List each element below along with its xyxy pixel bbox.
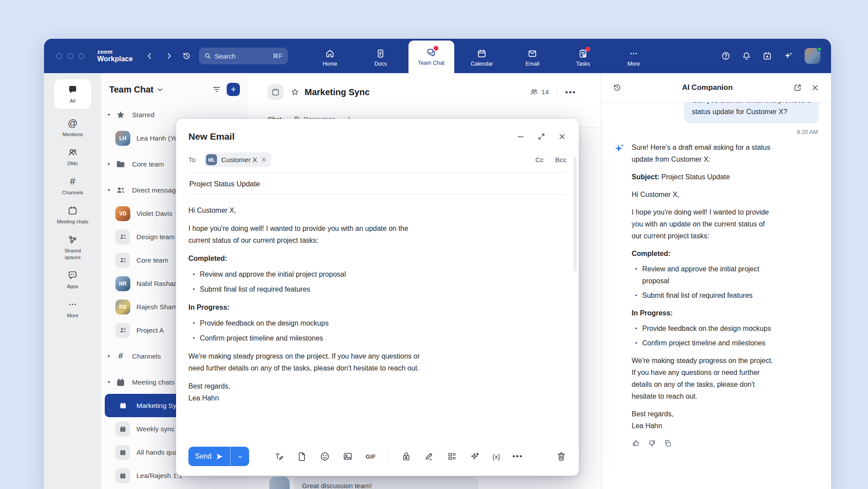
- back-icon[interactable]: [145, 52, 154, 60]
- modal-scrollbar[interactable]: [574, 157, 577, 271]
- ai-response-closing: We're making steady progress on the proj…: [632, 355, 773, 402]
- top-navigation: Home Docs Team Chat Calendar Email: [307, 39, 662, 73]
- hash-icon: #: [67, 176, 78, 187]
- list-item: Confirm project timeline and milestones: [632, 337, 773, 349]
- chat-list-title[interactable]: Team Chat: [109, 85, 163, 95]
- new-chat-button[interactable]: +: [227, 83, 240, 96]
- send-button[interactable]: Send: [188, 447, 230, 466]
- forward-icon[interactable]: [165, 52, 173, 60]
- app-bubble-icon: [67, 270, 78, 281]
- window-zoom-icon[interactable]: [78, 53, 84, 59]
- caret-down-icon[interactable]: [107, 380, 112, 385]
- star-outline-icon[interactable]: [291, 88, 299, 96]
- delete-draft-icon[interactable]: [556, 451, 566, 462]
- chat-more-icon[interactable]: •••: [565, 88, 576, 97]
- tab-tasks[interactable]: Tasks: [560, 42, 606, 73]
- caret-right-icon[interactable]: [107, 162, 112, 167]
- zoom-workplace-logo: zoom Workplace: [97, 49, 133, 63]
- caret-right-icon[interactable]: [107, 354, 112, 359]
- schedule-meeting-icon[interactable]: [762, 51, 772, 61]
- ai-companion-panel: AI Companion Can you draft an email that…: [601, 73, 831, 489]
- text-format-icon[interactable]: [274, 451, 284, 462]
- open-in-new-icon[interactable]: [793, 83, 802, 92]
- rail-label: More: [67, 312, 78, 319]
- signature-icon[interactable]: [424, 451, 434, 462]
- history-icon[interactable]: [182, 52, 191, 60]
- search-input[interactable]: Search ⌘F: [199, 48, 288, 64]
- nav-label: Email: [526, 61, 539, 67]
- email-in-progress-label: In Progress:: [188, 301, 566, 313]
- rail-item-shared-spaces[interactable]: Shared spaces: [57, 234, 88, 261]
- emoji-icon[interactable]: [320, 451, 330, 462]
- tab-team-chat[interactable]: Team Chat: [408, 41, 454, 73]
- list-item: Provide feedback on the design mockups: [188, 317, 566, 329]
- window-controls[interactable]: [56, 53, 84, 59]
- notifications-icon[interactable]: [742, 51, 751, 61]
- filter-icon[interactable]: [212, 85, 221, 94]
- new-email-modal: New Email To ML Customer X Cc Bcc Projec…: [176, 119, 579, 476]
- tab-home[interactable]: Home: [307, 42, 353, 73]
- ai-completed-list: Review and approve the initial project p…: [632, 263, 773, 301]
- group-avatar-icon: [115, 253, 130, 268]
- list-item-label: Lea/Rajesh 1:1: [136, 472, 182, 480]
- close-icon[interactable]: [558, 132, 566, 141]
- recipient-chip[interactable]: ML Customer X: [204, 152, 271, 167]
- cc-button[interactable]: Cc: [535, 156, 544, 164]
- email-body-editor[interactable]: Hi Customer X, I hope you're doing well!…: [188, 195, 566, 404]
- list-item-label: Violet Davis: [136, 210, 173, 218]
- docs-icon: [375, 48, 386, 59]
- window-close-icon[interactable]: [56, 53, 62, 59]
- rail-item-apps[interactable]: Apps: [67, 270, 78, 290]
- rail-item-more[interactable]: More: [67, 299, 78, 319]
- logo-workplace: Workplace: [97, 55, 133, 63]
- list-item-label: Core team: [132, 160, 164, 168]
- tasks-badge: [585, 47, 590, 52]
- copy-icon[interactable]: [663, 439, 672, 448]
- ai-history-icon[interactable]: [613, 83, 622, 92]
- topbar: zoom Workplace Search ⌘F Home Docs: [44, 39, 831, 73]
- encrypt-icon[interactable]: [401, 451, 412, 462]
- members-button[interactable]: 14: [530, 88, 549, 96]
- rail-item-meeting-chats[interactable]: Meeting chats: [57, 205, 88, 225]
- send-options-button[interactable]: [230, 447, 249, 466]
- list-item-label: Design team: [136, 233, 175, 241]
- thumbs-down-icon[interactable]: [647, 439, 656, 448]
- thumbs-up-icon[interactable]: [632, 439, 640, 448]
- rail-item-all[interactable]: All: [54, 79, 91, 109]
- help-icon[interactable]: [721, 51, 731, 61]
- meeting-chat-icon: [268, 84, 283, 100]
- variables-icon[interactable]: {x}: [493, 451, 500, 462]
- profile-avatar[interactable]: [805, 48, 820, 64]
- rail-item-mentions[interactable]: @ Mentions: [63, 118, 83, 138]
- close-icon[interactable]: [811, 83, 820, 92]
- tab-more[interactable]: More: [611, 42, 657, 73]
- group-avatar-icon: [115, 323, 130, 338]
- ai-companion-icon[interactable]: [783, 51, 794, 61]
- toolbar-divider: [388, 451, 389, 462]
- caret-down-icon[interactable]: [107, 188, 112, 193]
- rail-item-channels[interactable]: # Channels: [62, 176, 84, 196]
- tab-email[interactable]: Email: [510, 42, 555, 73]
- email-icon: [527, 48, 537, 59]
- send-icon: [215, 452, 224, 461]
- list-item-label: Project A: [136, 326, 164, 334]
- gif-icon[interactable]: GIF: [365, 451, 375, 462]
- rail-label: All: [70, 98, 76, 104]
- nav-label: More: [627, 61, 640, 67]
- template-icon[interactable]: [447, 451, 457, 462]
- attach-file-icon[interactable]: [297, 451, 307, 462]
- remove-recipient-icon[interactable]: [261, 157, 267, 163]
- dots-icon: [67, 299, 78, 310]
- ai-compose-icon[interactable]: [470, 451, 480, 462]
- bcc-button[interactable]: Bcc: [555, 156, 566, 164]
- insert-image-icon[interactable]: [342, 451, 353, 462]
- window-minimize-icon[interactable]: [67, 53, 73, 59]
- toolbar-more-icon[interactable]: •••: [512, 451, 523, 462]
- minimize-icon[interactable]: [516, 132, 525, 141]
- tab-docs[interactable]: Docs: [358, 42, 404, 73]
- expand-icon[interactable]: [537, 132, 546, 141]
- subject-input[interactable]: Project Status Update: [188, 173, 566, 195]
- caret-down-icon[interactable]: [107, 112, 112, 117]
- rail-item-dms[interactable]: DMs: [67, 147, 78, 167]
- tab-calendar[interactable]: Calendar: [459, 42, 505, 73]
